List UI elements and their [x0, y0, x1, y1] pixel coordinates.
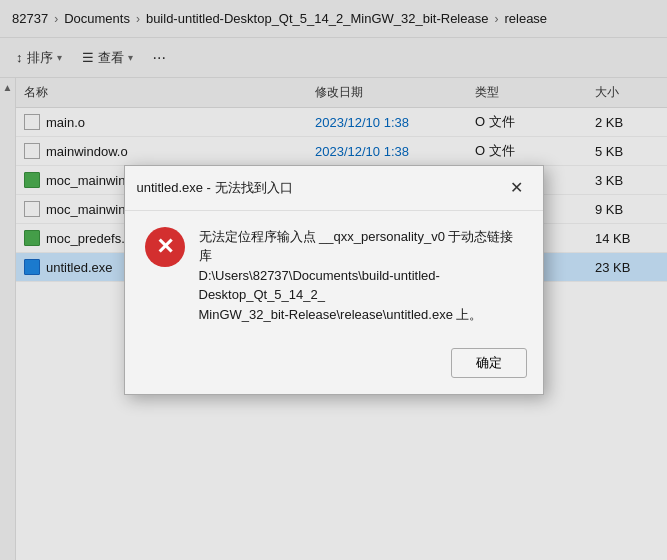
dialog-message-line1: 无法定位程序输入点 __qxx_personality_v0 于动态链接库: [199, 227, 523, 266]
dialog-close-button[interactable]: ✕: [503, 174, 531, 202]
dialog-titlebar: untitled.exe - 无法找到入口 ✕: [125, 166, 543, 211]
dialog-title: untitled.exe - 无法找到入口: [137, 179, 293, 197]
dialog-message-line3: MinGW_32_bit-Release\release\untitled.ex…: [199, 305, 523, 325]
dialog-overlay: untitled.exe - 无法找到入口 ✕ ✕ 无法定位程序输入点 __qx…: [0, 0, 667, 560]
dialog-message-line2: D:\Users\82737\Documents\build-untitled-…: [199, 266, 523, 305]
dialog-message: 无法定位程序输入点 __qxx_personality_v0 于动态链接库 D:…: [199, 227, 523, 325]
dialog-ok-button[interactable]: 确定: [451, 348, 527, 378]
dialog-content: ✕ 无法定位程序输入点 __qxx_personality_v0 于动态链接库 …: [125, 211, 543, 341]
error-dialog: untitled.exe - 无法找到入口 ✕ ✕ 无法定位程序输入点 __qx…: [124, 165, 544, 396]
dialog-footer: 确定: [125, 340, 543, 394]
error-icon: ✕: [145, 227, 185, 267]
